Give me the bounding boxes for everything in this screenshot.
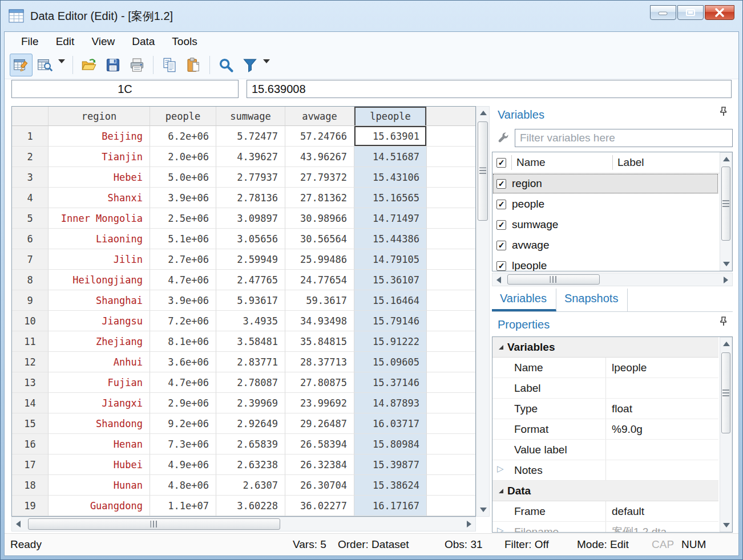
cell-lpeople[interactable]: 15.16464 bbox=[354, 290, 427, 311]
property-row-label[interactable]: Label bbox=[492, 378, 718, 399]
row-number[interactable]: 11 bbox=[12, 331, 49, 352]
cell-filler[interactable] bbox=[427, 352, 475, 372]
menu-view[interactable]: View bbox=[83, 34, 123, 50]
row-number[interactable]: 3 bbox=[12, 167, 49, 188]
cell-people[interactable]: 2.9e+06 bbox=[150, 393, 216, 413]
cell-sumwage[interactable]: 2.83771 bbox=[216, 352, 285, 372]
row-number[interactable]: 15 bbox=[12, 413, 49, 434]
cell-avwage[interactable]: 27.80875 bbox=[285, 372, 354, 393]
variables-horizontal-scrollbar[interactable] bbox=[492, 273, 733, 286]
cell-lpeople[interactable]: 15.39877 bbox=[354, 455, 427, 475]
property-row-frame[interactable]: Framedefault bbox=[492, 501, 718, 522]
checkbox-region[interactable]: ✓ bbox=[496, 179, 506, 189]
scroll-left-arrow[interactable] bbox=[16, 521, 21, 527]
property-value[interactable] bbox=[605, 460, 718, 480]
browse-dropdown-arrow[interactable] bbox=[58, 59, 65, 63]
cell-region[interactable]: Jiangxi bbox=[49, 393, 150, 413]
scroll-thumb[interactable] bbox=[28, 518, 280, 530]
grid-vertical-scrollbar[interactable] bbox=[476, 106, 490, 517]
property-row-filename[interactable]: ▷Filename案例1.2.dta bbox=[492, 522, 718, 533]
property-value[interactable] bbox=[605, 440, 718, 460]
row-number[interactable]: 6 bbox=[12, 229, 49, 249]
cell-sumwage[interactable]: 5.72477 bbox=[216, 126, 285, 147]
cell-sumwage[interactable]: 2.63238 bbox=[216, 455, 285, 475]
row-number[interactable]: 19 bbox=[12, 496, 49, 516]
scroll-right-arrow[interactable] bbox=[724, 277, 728, 283]
close-button[interactable] bbox=[705, 5, 734, 20]
row-number[interactable]: 12 bbox=[12, 352, 49, 372]
cell-lpeople[interactable]: 15.37146 bbox=[354, 372, 427, 393]
property-row-value-label[interactable]: Value label bbox=[492, 440, 718, 460]
cell-avwage[interactable]: 27.79372 bbox=[285, 167, 354, 188]
cell-people[interactable]: 4.7e+06 bbox=[150, 270, 216, 290]
cell-lpeople[interactable]: 15.91222 bbox=[354, 331, 427, 352]
cell-sumwage[interactable]: 2.59949 bbox=[216, 249, 285, 270]
column-header-people[interactable]: people bbox=[150, 107, 216, 126]
maximize-button[interactable] bbox=[677, 5, 704, 20]
cell-sumwage[interactable]: 2.92649 bbox=[216, 413, 285, 434]
row-number[interactable]: 5 bbox=[12, 208, 49, 229]
cell-sumwage[interactable]: 3.09897 bbox=[216, 208, 285, 229]
cell-region[interactable]: Guangdong bbox=[49, 496, 150, 516]
cell-region[interactable]: Henan bbox=[49, 434, 150, 455]
cell-region[interactable]: Hebei bbox=[49, 167, 150, 188]
cell-people[interactable]: 1.1e+07 bbox=[150, 496, 216, 516]
row-number[interactable]: 14 bbox=[12, 393, 49, 413]
menu-data[interactable]: Data bbox=[123, 34, 163, 50]
cell-filler[interactable] bbox=[427, 270, 475, 290]
menu-tools[interactable]: Tools bbox=[163, 34, 205, 50]
scroll-thumb[interactable] bbox=[478, 121, 488, 221]
cell-region[interactable]: Inner Mongolia bbox=[49, 208, 150, 229]
cell-people[interactable]: 4.8e+06 bbox=[150, 475, 216, 496]
cell-sumwage[interactable]: 2.6307 bbox=[216, 475, 285, 496]
cell-region[interactable]: Shandong bbox=[49, 413, 150, 434]
checkbox-people[interactable]: ✓ bbox=[496, 200, 506, 209]
cell-filler[interactable] bbox=[427, 434, 475, 455]
cell-people[interactable]: 2.5e+06 bbox=[150, 208, 216, 229]
scroll-down-arrow[interactable] bbox=[723, 523, 730, 527]
property-value[interactable]: lpeople bbox=[605, 358, 718, 378]
cell-reference-box[interactable]: 1C bbox=[11, 80, 239, 98]
cell-people[interactable]: 4.9e+06 bbox=[150, 455, 216, 475]
cell-avwage[interactable]: 26.30704 bbox=[285, 475, 354, 496]
cell-avwage[interactable]: 36.02277 bbox=[285, 496, 354, 516]
scroll-down-arrow[interactable] bbox=[480, 508, 487, 512]
row-number[interactable]: 10 bbox=[12, 311, 49, 331]
edit-mode-button[interactable] bbox=[10, 54, 33, 76]
cell-people[interactable]: 6.2e+06 bbox=[150, 126, 216, 147]
properties-vertical-scrollbar[interactable] bbox=[720, 337, 732, 532]
cell-filler[interactable] bbox=[427, 229, 475, 249]
cell-people[interactable]: 8.1e+06 bbox=[150, 331, 216, 352]
cell-avwage[interactable]: 35.84815 bbox=[285, 331, 354, 352]
row-number[interactable]: 16 bbox=[12, 434, 49, 455]
cell-people[interactable]: 5.1e+06 bbox=[150, 229, 216, 249]
filter-button[interactable] bbox=[239, 54, 261, 76]
cell-sumwage[interactable]: 3.60228 bbox=[216, 496, 285, 516]
scroll-thumb[interactable] bbox=[507, 274, 600, 285]
cell-filler[interactable] bbox=[427, 413, 475, 434]
cell-value-box[interactable]: 15.639008 bbox=[247, 80, 732, 98]
find-button[interactable] bbox=[215, 54, 237, 76]
scroll-thumb[interactable] bbox=[721, 352, 730, 433]
cell-filler[interactable] bbox=[427, 455, 475, 475]
save-button[interactable] bbox=[102, 54, 124, 76]
cell-filler[interactable] bbox=[427, 188, 475, 208]
expanded-triangle-icon[interactable] bbox=[498, 344, 504, 350]
cell-avwage[interactable]: 30.98966 bbox=[285, 208, 354, 229]
row-number[interactable]: 18 bbox=[12, 475, 49, 496]
column-header-avwage[interactable]: avwage bbox=[285, 107, 354, 126]
row-number[interactable]: 1 bbox=[12, 126, 49, 147]
cell-region[interactable]: Shanghai bbox=[49, 290, 150, 311]
cell-people[interactable]: 3.6e+06 bbox=[150, 352, 216, 372]
row-number[interactable]: 9 bbox=[12, 290, 49, 311]
cell-sumwage[interactable]: 2.65839 bbox=[216, 434, 285, 455]
property-row-format[interactable]: Format%9.0g bbox=[492, 419, 718, 440]
cell-filler[interactable] bbox=[427, 475, 475, 496]
variable-row-people[interactable]: ✓people bbox=[492, 194, 718, 214]
cell-people[interactable]: 4.7e+06 bbox=[150, 372, 216, 393]
cell-lpeople[interactable]: 15.43106 bbox=[354, 167, 427, 188]
property-row-notes[interactable]: ▷Notes bbox=[492, 460, 718, 481]
cell-region[interactable]: Tianjin bbox=[49, 147, 150, 167]
cell-people[interactable]: 9.2e+06 bbox=[150, 413, 216, 434]
property-section-variables[interactable]: Variables bbox=[492, 337, 718, 358]
